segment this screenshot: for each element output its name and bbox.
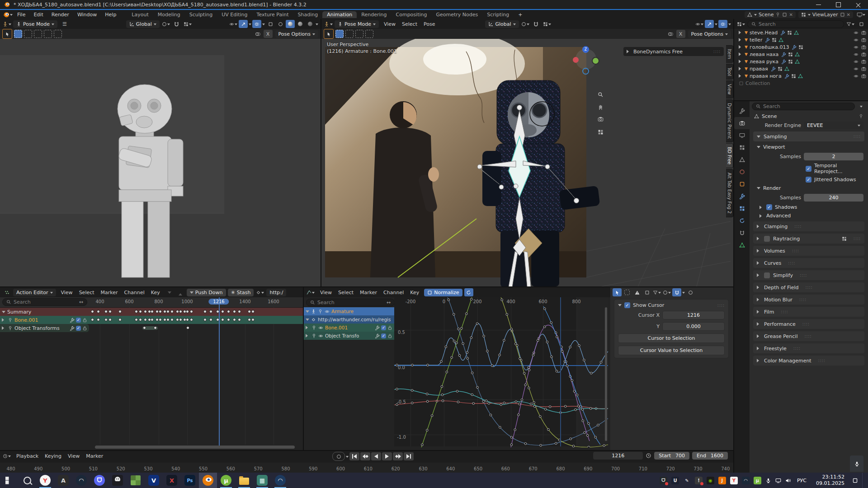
curve-keyframe[interactable]	[476, 323, 478, 325]
wrench-icon[interactable]	[375, 325, 380, 330]
current-frame-badge[interactable]: 1216	[208, 299, 229, 305]
curve-keyframe[interactable]	[411, 389, 413, 392]
outliner-row[interactable]: ▼ левая наха	[734, 51, 868, 58]
curve-keyframe[interactable]	[523, 372, 525, 375]
properties-tab[interactable]	[734, 154, 750, 166]
snap-toggle[interactable]	[172, 20, 181, 28]
keyframe[interactable]	[186, 310, 189, 313]
eye-icon[interactable]	[325, 309, 330, 314]
select-difference-tool[interactable]	[365, 30, 373, 38]
keyframe[interactable]	[135, 310, 138, 313]
network-icon[interactable]	[775, 478, 781, 483]
keyframe[interactable]	[238, 318, 241, 321]
curve-keyframe[interactable]	[544, 408, 547, 410]
graph-playhead[interactable]	[560, 297, 561, 446]
section-header[interactable]: Grease Pencil ::::	[753, 331, 864, 341]
curve-keyframe[interactable]	[462, 343, 464, 345]
lock-icon[interactable]	[387, 325, 392, 330]
outliner-row[interactable]: ▼ steve.Head	[734, 29, 868, 36]
section-header[interactable]: Freestyle ::::	[753, 343, 864, 353]
mute-checkbox[interactable]: ✓	[381, 333, 386, 338]
keyframe[interactable]	[209, 318, 212, 321]
editor-mode-dropdown[interactable]: Action Editor	[13, 289, 56, 296]
sidebar-tab[interactable]: Dynamic Parent	[726, 99, 733, 142]
sidebar-tab[interactable]: BD Free	[726, 143, 733, 168]
pin-icon[interactable]	[859, 114, 863, 119]
curve-keyframe[interactable]	[590, 372, 592, 374]
tray-steam-tray[interactable]: ◠	[742, 477, 750, 484]
overlays-toggle[interactable]	[252, 20, 261, 28]
menu-item[interactable]: View	[317, 289, 335, 296]
keyframe[interactable]	[179, 310, 182, 313]
curve-keyframe[interactable]	[411, 402, 413, 404]
disable-render-icon[interactable]	[861, 45, 866, 50]
curve-keyframe[interactable]	[427, 364, 429, 366]
pan-hand-icon[interactable]	[595, 102, 605, 112]
curve-keyframe[interactable]	[584, 432, 586, 434]
keyframe[interactable]	[251, 318, 255, 321]
keyframe[interactable]	[97, 318, 100, 321]
workspace-tab[interactable]: Compositing	[392, 11, 432, 18]
workspace-tab[interactable]: Sculpting	[185, 11, 217, 18]
curve-keyframe[interactable]	[470, 337, 472, 339]
shading-wireframe-button[interactable]	[276, 20, 285, 28]
properties-tab[interactable]	[734, 141, 750, 154]
workspace-tab[interactable]: Rendering	[357, 11, 391, 18]
properties-tab[interactable]	[734, 166, 750, 178]
curve-keyframe[interactable]	[453, 313, 455, 315]
menu-item[interactable]: Playback	[13, 453, 42, 460]
orientation-dropdown[interactable]: Global	[126, 20, 160, 28]
graph-channel-row[interactable]: Armature ✓	[304, 307, 394, 315]
keyframe[interactable]	[233, 318, 236, 321]
play-button[interactable]	[382, 452, 392, 460]
taskbar-explorer[interactable]	[235, 473, 253, 488]
properties-tab[interactable]	[734, 178, 750, 190]
menu-item[interactable]: Key	[407, 289, 422, 296]
taskbar-minecraft[interactable]	[127, 473, 145, 488]
sidebar-tab[interactable]: Alt Tab Easy Fog 2	[726, 169, 733, 217]
expand-icon[interactable]	[739, 67, 743, 70]
select-intersect-tool[interactable]	[54, 30, 62, 38]
mode-dropdown[interactable]: Pose Mode	[335, 20, 379, 28]
curve-keyframe[interactable]	[514, 343, 517, 345]
hide-eye-icon[interactable]	[854, 52, 859, 57]
fcurve[interactable]	[448, 297, 608, 446]
curve-keyframe[interactable]	[555, 442, 557, 445]
tray-discord-tray[interactable]: ᗜ	[660, 477, 667, 484]
menu-item[interactable]: View	[381, 21, 399, 28]
curve-keyframe[interactable]	[518, 414, 520, 416]
curve-keyframe[interactable]	[431, 415, 433, 417]
taskbar-search[interactable]	[18, 473, 36, 488]
curve-keyframe[interactable]	[396, 388, 398, 390]
hide-eye-icon[interactable]	[854, 38, 859, 42]
curve-keyframe[interactable]	[510, 436, 513, 438]
maximize-button[interactable]	[828, 0, 848, 9]
keyframe[interactable]	[159, 318, 162, 321]
remove-viewlayer-button[interactable]: ✕	[847, 12, 850, 17]
next-keyframe-button[interactable]	[393, 452, 403, 460]
curve-keyframe[interactable]	[556, 336, 558, 338]
section-header[interactable]: Simplify ::::	[753, 270, 864, 280]
curve-keyframe[interactable]	[551, 356, 553, 358]
snap-dropdown[interactable]	[183, 20, 192, 28]
curve-keyframe[interactable]	[564, 405, 566, 408]
current-frame-field[interactable]: 1216	[593, 452, 643, 460]
camera-view-icon[interactable]	[595, 114, 605, 124]
curve-keyframe[interactable]	[448, 299, 450, 301]
auto-key-button[interactable]	[332, 452, 345, 461]
curve-keyframe[interactable]	[524, 384, 527, 386]
keyframe[interactable]	[203, 310, 207, 313]
taskbar-steam-dark[interactable]: ◠	[72, 473, 90, 488]
editor-type-button[interactable]	[306, 288, 315, 296]
keyframe[interactable]	[179, 318, 182, 321]
workspace-tab[interactable]: Animation	[322, 11, 357, 18]
keyframe[interactable]	[227, 310, 230, 313]
copy-icon[interactable]	[782, 12, 787, 17]
jump-end-button[interactable]	[404, 452, 414, 460]
orientation-dropdown[interactable]: Global	[485, 20, 519, 28]
pin-icon[interactable]	[311, 325, 316, 330]
curve-keyframe[interactable]	[578, 344, 580, 347]
keying-dropdown[interactable]	[255, 288, 264, 296]
pin-icon[interactable]	[311, 333, 316, 338]
curve-keyframe[interactable]	[571, 380, 573, 382]
